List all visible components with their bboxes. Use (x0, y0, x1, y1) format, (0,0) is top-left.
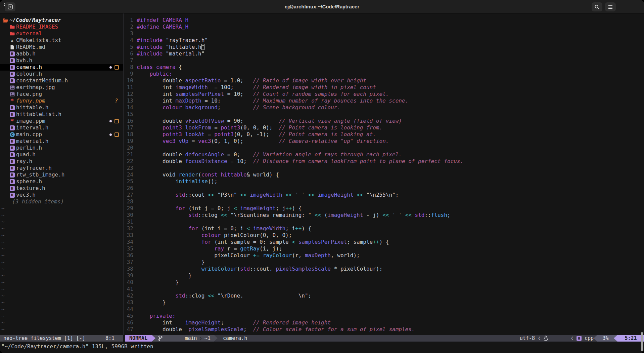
file-row[interactable]: *image.ppm (0, 118, 123, 124)
header-file-icon: H (10, 112, 15, 117)
code-line[interactable]: 43 } (124, 299, 644, 306)
file-row[interactable]: Hbvh.h (0, 57, 123, 64)
file-row[interactable]: ▲CMakeLists.txt (0, 37, 123, 44)
line-number: 15 (124, 111, 133, 118)
code-line[interactable]: 16 double vFieldOfView = 90; // Vertical… (124, 118, 644, 124)
file-row[interactable]: README.md (0, 44, 123, 50)
code-line[interactable]: 36 pixelColour += rayColour(r, maxDepth,… (124, 252, 644, 259)
file-row[interactable]: Htexture.h (0, 185, 123, 192)
file-row[interactable]: HconstantMedium.h (0, 77, 123, 84)
code-line[interactable]: 24 void render(const hittable& world) { (124, 171, 644, 178)
file-row[interactable]: face.png (0, 91, 123, 97)
code-line[interactable]: 19 vec3 vUp = vec3(0, 1, 0); // Camera-r… (124, 138, 644, 145)
file-row[interactable]: Hsphere.h (0, 178, 123, 185)
code-line[interactable]: 13 int maxDepth = 10; // Maximum number … (124, 97, 644, 104)
header-file-icon: H (10, 105, 15, 110)
code-line[interactable]: 5#include "hittable.h" (124, 44, 644, 50)
code-line[interactable]: 6#include "material.h" (124, 50, 644, 57)
file-row[interactable]: README_IMAGES (0, 24, 123, 30)
code-line[interactable]: 23 (124, 165, 644, 171)
file-row[interactable]: Cmain.cpp (0, 131, 123, 138)
code-line[interactable]: 26 (124, 185, 644, 192)
scrollbar-thumb[interactable] (641, 332, 643, 351)
code-line[interactable]: 38 writeColour(std::cout, pixelSamplesSc… (124, 266, 644, 272)
file-row[interactable]: Hcamera.h (0, 64, 123, 71)
file-row[interactable]: Hperlin.h (0, 145, 123, 151)
line-number: 6 (124, 50, 133, 57)
file-row[interactable]: Hmaterial.h (0, 138, 123, 145)
code-line[interactable]: 41 (124, 286, 644, 292)
code-line[interactable]: 15 (124, 111, 644, 118)
line-number: 8 (124, 64, 133, 71)
code-line[interactable]: 40 } (124, 279, 644, 286)
code-line[interactable]: 29 for (int j = 0; j < imageHeight; j++)… (124, 205, 644, 212)
code-line[interactable]: 3 (124, 30, 644, 37)
code-line[interactable]: 27 std::cout << "P3\n" << imageWidth << … (124, 192, 644, 198)
file-row[interactable]: ~/Code/Raytracer (0, 17, 123, 24)
file-label: interval.h (16, 124, 48, 131)
git-branch-icon (158, 322, 182, 353)
code-line[interactable]: 33 colour pixelColour(0, 0, 0); (124, 232, 644, 239)
file-label: aabb.h (16, 50, 36, 57)
file-row[interactable]: external (0, 30, 123, 37)
code-line[interactable]: 44 (124, 306, 644, 313)
file-label: funny.ppm (16, 97, 45, 104)
file-row[interactable]: Hquad.h (0, 151, 123, 158)
image-file-icon (10, 92, 15, 96)
code-line[interactable]: 34 for (int sample = 0; sample < samples… (124, 239, 644, 245)
file-row[interactable]: Hray.h (0, 158, 123, 165)
file-label: ray.h (16, 158, 32, 165)
file-row[interactable]: earthmap.jpg (0, 84, 123, 91)
file-row[interactable]: Hvec3.h (0, 192, 123, 198)
empty-line-tilde: ~ (0, 266, 123, 272)
code-line[interactable]: 31 (124, 219, 644, 225)
code-line[interactable]: 32 for (int i = 0; i < imageWidth; i++) … (124, 225, 644, 232)
file-row[interactable]: Hhittable.h (0, 104, 123, 111)
code-line[interactable]: 1#ifndef CAMERA_H (124, 17, 644, 24)
code-line[interactable]: 35 ray r = getRay(i, j); (124, 245, 644, 252)
code-line[interactable]: 17 point3 lookFrom = point3(0, 0, 0); //… (124, 124, 644, 131)
code-line[interactable]: 39 } (124, 272, 644, 279)
code-line[interactable]: 21 double defocusAngle = 0; // Variation… (124, 151, 644, 158)
code-line[interactable]: 7 (124, 57, 644, 64)
code-line[interactable]: 25 initialise(); (124, 178, 644, 185)
header-file-icon: H (10, 152, 15, 157)
code-line[interactable]: 30 std::clog << "\rScanlines remaining: … (124, 212, 644, 219)
header-file-icon: H (10, 125, 15, 130)
vim-message-line: "~/Code/Raytracer/camera.h" 135L, 5996B … (1, 343, 153, 350)
file-row[interactable]: Haabb.h (0, 50, 123, 57)
code-line[interactable]: 20 (124, 145, 644, 151)
editor-buffer[interactable]: 1#ifndef CAMERA_H2#define CAMERA_H34#inc… (124, 13, 644, 335)
hidden-items-note[interactable]: (3 hidden items) (0, 198, 123, 205)
code-line[interactable]: 11 int imageWidth = 100; // Rendered ima… (124, 84, 644, 91)
code-line[interactable]: 22 double focusDistance = 10; // Distanc… (124, 158, 644, 165)
code-line[interactable]: 28 (124, 198, 644, 205)
code-line[interactable]: 14 colour background; // Scene backgroun… (124, 104, 644, 111)
cmake-file-icon: ▲ (11, 37, 13, 44)
header-file-icon: H (10, 146, 15, 151)
code-line[interactable]: 12 int samplesPerPixel = 10; // Count of… (124, 91, 644, 97)
code-line[interactable]: 8class camera { (124, 64, 644, 71)
file-row[interactable]: Hinterval.h (0, 124, 123, 131)
file-row[interactable]: HhittableList.h (0, 111, 123, 118)
code-line[interactable]: 9 public: (124, 71, 644, 77)
code-line[interactable]: 4#include "rayTracer.h" (124, 37, 644, 44)
file-row[interactable]: Hcolour.h (0, 71, 123, 77)
code-line[interactable]: 45 private: (124, 313, 644, 319)
empty-line-tilde: ~ (0, 299, 123, 306)
neotree-cursor-position: 8:1 (105, 335, 114, 342)
file-row[interactable]: Hrtw_stb_image.h (0, 171, 123, 178)
code-line[interactable]: 37 } (124, 259, 644, 266)
code-line[interactable]: 10 double aspectRatio = 1.0; // Ratio of… (124, 77, 644, 84)
menu-button[interactable] (605, 2, 616, 11)
file-label: earthmap.jpg (16, 84, 55, 91)
file-row[interactable]: HrayTracer.h (0, 165, 123, 171)
search-button[interactable] (592, 2, 602, 11)
header-file-icon: H (10, 78, 15, 83)
os-linux-icon (544, 322, 568, 353)
powerline-separator (594, 335, 597, 342)
code-line[interactable]: 42 std::clog << "\rDone. \n"; (124, 292, 644, 299)
code-line[interactable]: 18 point3 lookAt = point3(0, 0, -1); // … (124, 131, 644, 138)
code-line[interactable]: 2#define CAMERA_H (124, 24, 644, 30)
file-row[interactable]: *funny.ppm? (0, 97, 123, 104)
